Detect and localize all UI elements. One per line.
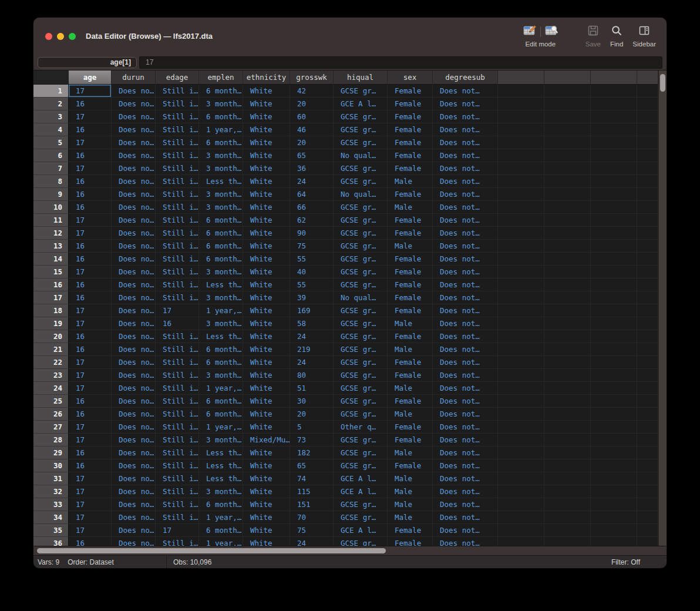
data-cell[interactable]: White xyxy=(243,343,290,356)
data-cell[interactable]: Still i… xyxy=(156,110,199,123)
data-cell[interactable]: White xyxy=(243,421,290,434)
data-cell[interactable]: White xyxy=(243,537,290,546)
data-cell[interactable]: Female xyxy=(388,110,433,123)
data-cell[interactable]: 6 month… xyxy=(199,253,243,266)
data-cell[interactable]: Still i… xyxy=(156,446,199,459)
data-cell[interactable]: Still i… xyxy=(156,253,199,266)
data-cell[interactable]: Does no… xyxy=(112,485,156,498)
row-number[interactable]: 14 xyxy=(33,253,69,266)
data-cell[interactable]: White xyxy=(243,123,290,136)
data-cell[interactable]: Still i… xyxy=(156,149,199,162)
data-cell[interactable]: 24 xyxy=(290,175,334,188)
data-cell[interactable]: 17 xyxy=(69,304,112,317)
data-cell[interactable]: 219 xyxy=(290,343,334,356)
data-cell[interactable]: GCSE gr… xyxy=(334,175,388,188)
data-cell[interactable]: Male xyxy=(388,498,433,511)
data-cell[interactable]: Does no… xyxy=(112,85,156,98)
data-cell[interactable]: 16 xyxy=(69,253,112,266)
row-number[interactable]: 35 xyxy=(33,524,69,537)
row-number[interactable]: 22 xyxy=(33,356,69,369)
data-cell[interactable]: Does not… xyxy=(433,110,498,123)
data-cell[interactable]: Does not… xyxy=(433,98,498,110)
data-cell[interactable]: 17 xyxy=(69,434,112,446)
data-cell[interactable]: 64 xyxy=(290,188,334,201)
data-cell[interactable]: Does not… xyxy=(433,434,498,446)
data-cell[interactable]: 17 xyxy=(69,498,112,511)
data-cell[interactable]: Does no… xyxy=(112,278,156,291)
data-cell[interactable]: Male xyxy=(388,317,433,330)
column-header-emplen[interactable]: emplen xyxy=(199,70,243,85)
data-cell[interactable]: Still i… xyxy=(156,382,199,395)
data-cell[interactable]: Does no… xyxy=(112,136,156,149)
data-cell[interactable]: Still i… xyxy=(156,537,199,546)
data-cell[interactable]: Female xyxy=(388,85,433,98)
data-cell[interactable]: Does no… xyxy=(112,110,156,123)
data-cell[interactable]: 17 xyxy=(69,382,112,395)
data-cell[interactable]: GCSE gr… xyxy=(334,330,388,343)
data-cell[interactable]: Does not… xyxy=(433,136,498,149)
data-cell[interactable]: Does not… xyxy=(433,123,498,136)
data-cell[interactable]: Still i… xyxy=(156,408,199,421)
data-cell[interactable]: GCSE gr… xyxy=(334,162,388,175)
data-cell[interactable]: GCSE gr… xyxy=(334,201,388,214)
data-cell[interactable]: GCSE gr… xyxy=(334,511,388,524)
data-cell[interactable]: 16 xyxy=(69,537,112,546)
data-cell[interactable]: White xyxy=(243,446,290,459)
horizontal-scrollbar-thumb[interactable] xyxy=(37,548,386,553)
data-cell[interactable]: Does not… xyxy=(433,498,498,511)
data-cell[interactable]: Less th… xyxy=(199,472,243,485)
data-cell[interactable]: Still i… xyxy=(156,227,199,240)
data-cell[interactable]: 58 xyxy=(290,317,334,330)
data-cell[interactable]: Does no… xyxy=(112,524,156,537)
data-cell[interactable]: Does not… xyxy=(433,382,498,395)
row-number[interactable]: 9 xyxy=(33,188,69,201)
data-cell[interactable]: Female xyxy=(388,459,433,472)
data-cell[interactable]: Still i… xyxy=(156,472,199,485)
data-cell[interactable]: Does no… xyxy=(112,253,156,266)
data-cell[interactable]: 75 xyxy=(290,240,334,253)
edit-table-pencil-icon[interactable] xyxy=(523,25,537,39)
data-cell[interactable]: Does not… xyxy=(433,291,498,304)
data-cell[interactable]: GCSE gr… xyxy=(334,227,388,240)
cell-value-field[interactable]: 17 xyxy=(139,56,662,69)
row-number[interactable]: 15 xyxy=(33,266,69,278)
data-cell[interactable]: GCE A l… xyxy=(334,472,388,485)
row-number[interactable]: 1 xyxy=(33,85,69,98)
data-cell[interactable]: White xyxy=(243,369,290,382)
data-cell[interactable]: Female xyxy=(388,149,433,162)
data-cell[interactable]: Does no… xyxy=(112,240,156,253)
data-cell[interactable]: Male xyxy=(388,201,433,214)
data-cell[interactable]: White xyxy=(243,240,290,253)
data-cell[interactable]: Does not… xyxy=(433,240,498,253)
data-cell[interactable]: Does not… xyxy=(433,343,498,356)
data-cell[interactable]: Does not… xyxy=(433,317,498,330)
data-cell[interactable]: 16 xyxy=(69,240,112,253)
data-cell[interactable]: White xyxy=(243,511,290,524)
data-cell[interactable]: Female xyxy=(388,123,433,136)
data-cell[interactable]: 17 xyxy=(69,266,112,278)
grid-corner-cell[interactable] xyxy=(33,70,69,85)
data-cell[interactable]: 20 xyxy=(290,408,334,421)
data-cell[interactable]: 1 year,… xyxy=(199,382,243,395)
data-cell[interactable]: Still i… xyxy=(156,201,199,214)
data-cell[interactable]: GCSE gr… xyxy=(334,304,388,317)
row-number[interactable]: 34 xyxy=(33,511,69,524)
data-cell[interactable]: White xyxy=(243,498,290,511)
data-cell[interactable]: 182 xyxy=(290,446,334,459)
data-cell[interactable]: Still i… xyxy=(156,240,199,253)
data-cell[interactable]: 60 xyxy=(290,110,334,123)
row-number[interactable]: 17 xyxy=(33,291,69,304)
data-cell[interactable]: Still i… xyxy=(156,498,199,511)
horizontal-scrollbar[interactable] xyxy=(33,546,667,555)
data-cell[interactable]: White xyxy=(243,291,290,304)
row-number[interactable]: 7 xyxy=(33,162,69,175)
data-cell[interactable]: Does no… xyxy=(112,227,156,240)
data-cell[interactable]: 3 month… xyxy=(199,434,243,446)
data-cell[interactable]: Female xyxy=(388,395,433,408)
data-cell[interactable]: 17 xyxy=(69,227,112,240)
data-cell[interactable]: GCSE gr… xyxy=(334,266,388,278)
data-cell[interactable]: Male xyxy=(388,240,433,253)
data-cell[interactable]: 16 xyxy=(69,149,112,162)
data-cell[interactable]: GCE A l… xyxy=(334,98,388,110)
data-cell[interactable]: 3 month… xyxy=(199,98,243,110)
